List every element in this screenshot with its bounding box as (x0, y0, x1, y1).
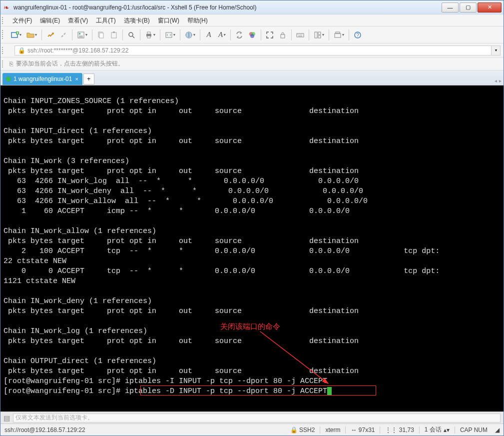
search-icon[interactable] (126, 29, 137, 41)
lock-icon: 🔒 (18, 47, 25, 54)
terminal-line: 63 4266 IN_work_log all -- * * 0.0.0.0/0… (3, 176, 501, 186)
tab-add-button[interactable]: + (83, 74, 94, 84)
open-icon[interactable]: ▾ (25, 29, 38, 41)
svg-point-4 (64, 33, 65, 34)
terminal-line: [root@wangruifeng-01 src]# iptables -I I… (3, 376, 501, 386)
status-connection: ssh://root@192.168.57.129:22 (4, 426, 85, 434)
app-icon: ❧ (2, 4, 10, 12)
layout-icon[interactable]: ▾ (312, 29, 326, 41)
reconnect-icon[interactable] (45, 29, 56, 41)
tab-bar: 1 wangruifenglinux-01 × + ◂ ▸ (0, 70, 504, 86)
send-input[interactable]: 仅将文本发送到当前选项卡。 (13, 414, 501, 422)
lock-toolbar-icon[interactable] (277, 29, 288, 41)
terminal-line (3, 216, 501, 226)
new-session-icon[interactable]: ▾ (9, 29, 23, 41)
status-pos: 31,73 (399, 426, 414, 434)
svg-rect-24 (318, 36, 321, 38)
svg-point-2 (52, 32, 54, 34)
minimize-button[interactable]: — (442, 2, 459, 12)
menu-view[interactable]: 查看(V) (64, 14, 92, 26)
pos-icon: ⋮⋮ (385, 426, 397, 434)
status-ssh: SSH2 (299, 426, 315, 434)
terminal-line: [root@wangruifeng-01 src]# iptables -D I… (3, 386, 501, 396)
keyboard-icon[interactable] (295, 29, 306, 41)
print-icon[interactable]: ▾ (143, 29, 157, 41)
transfer-icon[interactable]: ▾ (163, 29, 177, 41)
svg-rect-23 (318, 32, 321, 34)
paste-icon[interactable] (108, 29, 119, 41)
terminal-line: pkts bytes target prot opt in out source… (3, 106, 501, 116)
disconnect-icon[interactable] (58, 29, 69, 41)
properties-icon[interactable]: ▾ (75, 29, 89, 41)
window-title: wangruifenglinux-01 - root@wangruifeng-0… (13, 4, 441, 11)
menu-window[interactable]: 窗口(W) (154, 14, 183, 26)
add-session-icon[interactable]: ⎘ (9, 60, 13, 68)
copy-icon[interactable] (95, 29, 106, 41)
color-scheme-icon[interactable] (247, 29, 258, 41)
menu-help[interactable]: 帮助(H) (183, 14, 212, 26)
svg-text:?: ? (356, 32, 359, 38)
toolbar: ▾ ▾ ▾ ▾ ▾ ▾ A A▾ ▾ ▾ ? (0, 26, 504, 44)
menu-edit[interactable]: 编辑(E) (36, 14, 64, 26)
terminal-line: 2 100 ACCEPT tcp -- * * 0.0.0.0/0 0.0.0.… (3, 246, 501, 256)
terminal-line: pkts bytes target prot opt in out source… (3, 166, 501, 176)
address-input[interactable]: 🔒 ssh://root:********@192.168.57.129:22 (14, 46, 492, 56)
status-size: 97x31 (359, 426, 375, 434)
status-term: xterm (325, 426, 340, 434)
tab-close-icon[interactable]: × (75, 76, 78, 82)
terminal-line (3, 146, 501, 156)
session-tab[interactable]: 1 wangruifenglinux-01 × (2, 73, 82, 85)
script-icon[interactable]: ▾ (332, 29, 346, 41)
svg-rect-22 (315, 32, 317, 38)
terminal-line (3, 286, 501, 296)
terminal-line (3, 346, 501, 356)
terminal-line: 63 4266 IN_work_deny all -- * * 0.0.0.0/… (3, 186, 501, 196)
maximize-button[interactable]: ▢ (460, 2, 477, 12)
svg-point-11 (129, 32, 133, 36)
tab-next-icon[interactable]: ▸ (499, 78, 502, 84)
fullscreen-icon[interactable] (264, 29, 275, 41)
svg-rect-26 (336, 32, 340, 34)
terminal[interactable]: Chain INPUT_ZONES_SOURCE (1 references) … (0, 86, 504, 412)
terminal-line: Chain IN_work_deny (1 references) (3, 296, 501, 306)
svg-rect-8 (99, 33, 103, 38)
terminal-line: 63 4266 IN_work_allow all -- * * 0.0.0.0… (3, 196, 501, 206)
menu-file[interactable]: 文件(F) (8, 14, 36, 26)
terminal-line: 0 0 ACCEPT tcp -- * * 0.0.0.0/0 0.0.0.0/… (3, 266, 501, 276)
address-dropdown[interactable]: ▾ (492, 46, 501, 56)
terminal-line: Chain INPUT_direct (1 references) (3, 126, 501, 136)
color-sync-icon[interactable] (234, 29, 245, 41)
terminal-line: Chain IN_work (3 references) (3, 156, 501, 166)
terminal-line: 22 ctstate NEW (3, 256, 501, 266)
send-icon[interactable]: ▤ (3, 414, 10, 422)
resize-grip-icon[interactable]: ◢ (493, 426, 500, 434)
terminal-line: pkts bytes target prot opt in out source… (3, 306, 501, 316)
tab-prev-icon[interactable]: ◂ (495, 78, 497, 84)
close-button[interactable]: ✕ (478, 2, 502, 12)
globe-icon[interactable]: ▾ (183, 29, 197, 41)
status-caps: CAP NUM (460, 426, 488, 434)
terminal-line: pkts bytes target prot opt in out source… (3, 366, 501, 376)
terminal-line (3, 86, 501, 96)
svg-rect-20 (281, 34, 285, 38)
terminal-line: Chain IN_work_log (1 references) (3, 326, 501, 336)
terminal-line: Chain OUTPUT_direct (1 references) (3, 356, 501, 366)
tab-label: 1 wangruifenglinux-01 (13, 76, 72, 82)
titlebar: ❧ wangruifenglinux-01 - root@wangruifeng… (0, 0, 504, 14)
svg-point-19 (250, 34, 254, 38)
status-bar: ssh://root@192.168.57.129:22 🔒 SSH2 xter… (0, 424, 504, 436)
help-icon[interactable]: ? (352, 29, 363, 41)
terminal-line (3, 316, 501, 326)
svg-rect-14 (147, 36, 150, 38)
menu-tabs[interactable]: 选项卡(B) (120, 14, 154, 26)
sessions-down-icon[interactable]: ▾ (447, 426, 450, 434)
cursor (327, 387, 332, 395)
resize-icon: ↔ (351, 426, 357, 434)
status-dot-icon (6, 77, 10, 81)
menu-tools[interactable]: 工具(T) (92, 14, 119, 26)
send-placeholder: 仅将文本发送到当前选项卡。 (15, 414, 93, 422)
terminal-line: pkts bytes target prot opt in out source… (3, 236, 501, 246)
font-icon[interactable]: A (203, 29, 214, 41)
font-dropdown[interactable]: A▾ (216, 29, 227, 41)
send-bar: ▤ 仅将文本发送到当前选项卡。 (0, 412, 504, 424)
